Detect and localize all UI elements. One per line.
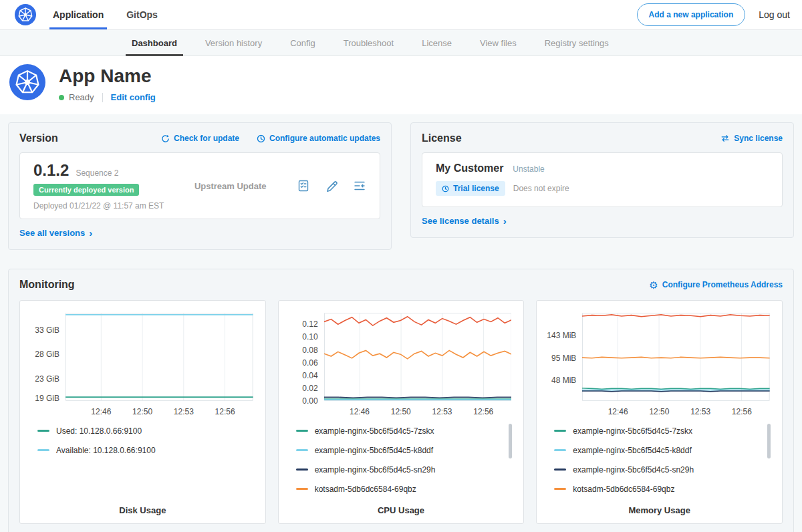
x-axis-label: 12:50 xyxy=(649,407,669,416)
cpu-usage-x-axis: 12:4612:5012:5312:56 xyxy=(324,401,512,418)
legend-item: kotsadm-5db6dc6584-69qbz xyxy=(554,479,773,499)
license-details-box: My Customer Unstable Trial license Does … xyxy=(422,152,783,207)
tab-application[interactable]: Application xyxy=(41,0,115,29)
subnav-tab-dashboard[interactable]: Dashboard xyxy=(118,30,191,55)
legend-item: example-nginx-5bc6f5d4c5-7zskx xyxy=(554,421,773,440)
series-line xyxy=(324,397,512,398)
charts-row: 33 GiB28 GiB23 GiB19 GiB 12:4612:5012:53… xyxy=(19,300,783,524)
y-axis-label: 28 GiB xyxy=(35,350,59,359)
trial-clock-icon xyxy=(442,185,449,192)
y-axis-label: 0.08 xyxy=(302,346,317,355)
legend-color-dash xyxy=(554,488,566,490)
y-axis-label: 0.10 xyxy=(302,332,317,342)
check-for-update-link[interactable]: Check for update xyxy=(161,134,239,143)
cpu-usage-legend: example-nginx-5bc6f5d4c5-7zskxexample-ng… xyxy=(296,421,515,500)
current-version-box: 0.1.2 Sequence 2 Currently deployed vers… xyxy=(19,152,380,219)
release-notes-icon[interactable] xyxy=(297,179,310,192)
legend-color-dash xyxy=(37,449,49,451)
license-type-label: Trial license xyxy=(453,184,499,193)
sync-license-link[interactable]: Sync license xyxy=(720,134,783,143)
subnav-tab-registry-settings[interactable]: Registry settings xyxy=(531,30,623,55)
license-card: License Sync license My Customer Unstabl… xyxy=(410,122,794,238)
see-license-details-link[interactable]: See license details › xyxy=(422,215,507,227)
memory-usage-legend: example-nginx-5bc6f5d4c5-7zskxexample-ng… xyxy=(554,421,773,500)
legend-color-dash xyxy=(296,430,308,432)
deployed-timestamp: Deployed 01/21/22 @ 11:57 am EST xyxy=(33,201,164,211)
topnav-tabs: Application GitOps xyxy=(41,0,169,29)
app-subnav: Dashboard Version history Config Trouble… xyxy=(0,30,802,56)
subnav-tab-license[interactable]: License xyxy=(408,30,466,55)
legend-label: Available: 10.128.0.66:9100 xyxy=(56,446,156,455)
monitoring-card: Monitoring ⚙ Configure Prometheus Addres… xyxy=(8,269,794,532)
diff-icon[interactable] xyxy=(353,179,366,192)
deployed-badge: Currently deployed version xyxy=(33,184,139,196)
chart-svg xyxy=(65,313,253,401)
legend-scrollbar[interactable] xyxy=(509,424,512,458)
x-axis-label: 12:50 xyxy=(391,407,411,416)
subnav-tab-troubleshoot[interactable]: Troubleshoot xyxy=(329,30,408,55)
x-axis-label: 12:46 xyxy=(350,407,370,416)
status-badge: Ready xyxy=(69,92,94,102)
kubernetes-logo[interactable] xyxy=(15,0,36,29)
chart-svg xyxy=(324,313,512,401)
configure-automatic-updates-link[interactable]: Configure automatic updates xyxy=(257,134,380,143)
legend-label: kotsadm-5db6dc6584-69qbz xyxy=(573,485,674,494)
disk-usage-legend: Used: 10.128.0.66:9100Available: 10.128.… xyxy=(37,421,256,500)
y-axis-label: 0.06 xyxy=(302,358,317,368)
legend-label: example-nginx-5bc6f5d4c5-k8ddf xyxy=(315,446,433,455)
config-edit-icon[interactable] xyxy=(325,179,338,192)
chart-svg xyxy=(582,313,770,401)
disk-usage-x-axis: 12:4612:5012:5312:56 xyxy=(65,401,253,418)
legend-color-dash xyxy=(37,430,49,432)
memory-usage-x-axis: 12:4612:5012:5312:56 xyxy=(582,401,770,418)
legend-label: example-nginx-5bc6f5d4c5-7zskx xyxy=(315,426,434,436)
x-axis-label: 12:53 xyxy=(174,407,194,416)
legend-color-dash xyxy=(296,469,308,471)
clock-icon xyxy=(257,134,265,143)
edit-config-link[interactable]: Edit config xyxy=(111,92,156,102)
memory-usage-y-axis: 143 MiB95 MiB48 MiB xyxy=(546,313,582,401)
dashboard-main: Version Check for update xyxy=(0,114,802,532)
version-actions xyxy=(297,179,366,192)
legend-item: example-nginx-5bc6f5d4c5-k8ddf xyxy=(554,440,773,460)
disk-usage-chart-card: 33 GiB28 GiB23 GiB19 GiB 12:4612:5012:53… xyxy=(19,300,266,524)
version-number: 0.1.2 xyxy=(33,161,69,180)
channel-label: Unstable xyxy=(513,164,544,174)
version-card: Version Check for update xyxy=(8,122,392,250)
subnav-tab-version-history[interactable]: Version history xyxy=(191,30,276,55)
subnav-tab-config[interactable]: Config xyxy=(276,30,329,55)
configure-prometheus-label: Configure Prometheus Address xyxy=(662,280,783,289)
monitoring-title: Monitoring xyxy=(19,279,75,291)
legend-color-dash xyxy=(554,430,566,432)
legend-item: Available: 10.128.0.66:9100 xyxy=(37,440,256,460)
topnav-right: Add a new application Log out xyxy=(637,0,790,29)
logout-link[interactable]: Log out xyxy=(759,9,790,20)
subnav-tab-view-files[interactable]: View files xyxy=(466,30,531,55)
disk-usage-y-axis: 33 GiB28 GiB23 GiB19 GiB xyxy=(29,313,65,401)
y-axis-label: 23 GiB xyxy=(35,374,59,384)
memory-usage-plot xyxy=(582,313,770,401)
series-line xyxy=(582,391,770,392)
app-header: App Name Ready Edit config xyxy=(0,56,802,114)
legend-scrollbar[interactable] xyxy=(767,424,771,458)
legend-color-dash xyxy=(296,449,308,451)
app-info: App Name Ready Edit config xyxy=(59,64,156,102)
expiration-label: Does not expire xyxy=(513,184,569,193)
legend-item: Used: 10.128.0.66:9100 xyxy=(37,421,256,440)
x-axis-label: 12:53 xyxy=(432,407,452,416)
top-navbar: Application GitOps Add a new application… xyxy=(0,0,802,30)
y-axis-label: 33 GiB xyxy=(35,325,59,335)
chart-title: Memory Usage xyxy=(546,505,773,515)
x-axis-label: 12:46 xyxy=(91,407,111,416)
x-axis-label: 12:56 xyxy=(473,407,493,416)
legend-color-dash xyxy=(554,469,566,471)
tab-gitops[interactable]: GitOps xyxy=(115,0,169,29)
add-application-button[interactable]: Add a new application xyxy=(637,3,746,26)
configure-prometheus-link[interactable]: ⚙ Configure Prometheus Address xyxy=(649,280,783,290)
x-axis-label: 12:53 xyxy=(690,407,710,416)
sync-icon xyxy=(720,134,730,142)
chart-title: CPU Usage xyxy=(288,505,515,515)
version-card-title: Version xyxy=(19,132,58,144)
see-all-versions-link[interactable]: See all versions › xyxy=(19,227,92,239)
sync-license-label: Sync license xyxy=(734,134,783,143)
